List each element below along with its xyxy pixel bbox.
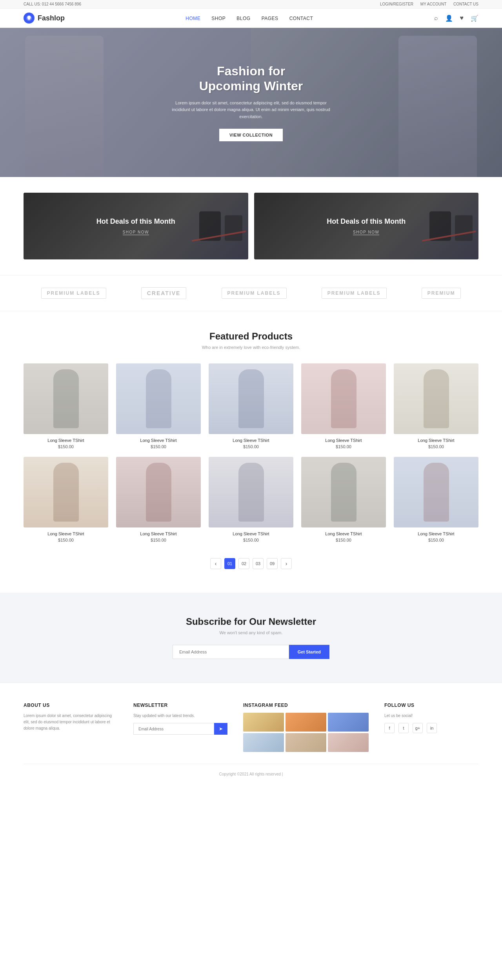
twitter-icon[interactable]: t bbox=[398, 723, 409, 733]
instagram-thumb-4[interactable] bbox=[243, 733, 284, 752]
newsletter-title: Subscribe for Our Newsletter bbox=[24, 616, 478, 627]
products-grid-row2: Long Sleeve TShirt $150.00 Long Sleeve T… bbox=[24, 457, 478, 542]
product-card-7[interactable]: Long Sleeve TShirt $150.00 bbox=[209, 457, 293, 542]
pagination-page-1[interactable]: 01 bbox=[224, 558, 235, 569]
footer: About Us Lorem ipsum dolor sit amet, con… bbox=[0, 683, 502, 784]
footer-about-title: About Us bbox=[24, 703, 118, 708]
product-name-8: Long Sleeve TShirt bbox=[301, 531, 386, 536]
product-card-6[interactable]: Long Sleeve TShirt $150.00 bbox=[116, 457, 201, 542]
product-image-4 bbox=[394, 363, 478, 434]
pagination-page-9[interactable]: 09 bbox=[267, 558, 278, 569]
hot-deal-text-2: Hot Deals of this Month SHOP NOW bbox=[327, 217, 406, 235]
linkedin-icon[interactable]: in bbox=[427, 723, 437, 733]
newsletter-form: Get Started bbox=[173, 645, 329, 659]
hero-content: Fashion forUpcoming Winter Lorem ipsum d… bbox=[169, 64, 333, 142]
nav-contact[interactable]: CONTACT bbox=[289, 16, 313, 21]
product-name-9: Long Sleeve TShirt bbox=[394, 531, 478, 536]
login-register-link[interactable]: LOGIN/REGISTER bbox=[380, 2, 413, 6]
product-price-1: $150.00 bbox=[116, 444, 201, 449]
top-bar: CALL US: 012 44 5666 7456 896 LOGIN/REGI… bbox=[0, 0, 502, 9]
footer-follow-title: Follow Us bbox=[384, 703, 478, 708]
footer-grid: About Us Lorem ipsum dolor sit amet, con… bbox=[24, 703, 478, 752]
product-card-3[interactable]: Long Sleeve TShirt $150.00 bbox=[301, 363, 386, 449]
google-plus-icon[interactable]: g+ bbox=[413, 723, 423, 733]
footer-email-input[interactable] bbox=[133, 723, 214, 735]
view-collection-button[interactable]: View Collection bbox=[219, 129, 283, 141]
logo[interactable]: Fashlop bbox=[24, 13, 65, 24]
product-card-5[interactable]: Long Sleeve TShirt $150.00 bbox=[24, 457, 108, 542]
footer-follow: Follow Us Let us be social! f t g+ in bbox=[384, 703, 478, 752]
nav-pages[interactable]: PAGES bbox=[262, 16, 278, 21]
nav-shop[interactable]: SHOP bbox=[211, 16, 226, 21]
brand-logo-0: PREMIUM LABELS bbox=[41, 288, 106, 299]
products-grid-row1: Long Sleeve TShirt $150.00 Long Sleeve T… bbox=[24, 363, 478, 449]
facebook-icon[interactable]: f bbox=[384, 723, 395, 733]
product-image-2 bbox=[209, 363, 293, 434]
product-card-1[interactable]: Long Sleeve TShirt $150.00 bbox=[116, 363, 201, 449]
product-name-0: Long Sleeve TShirt bbox=[24, 438, 108, 443]
product-card-9[interactable]: Long Sleeve TShirt $150.00 bbox=[394, 457, 478, 542]
header-icons: ⌕ 👤 ♥ 🛒 bbox=[434, 15, 479, 22]
my-account-link[interactable]: MY ACCOUNT bbox=[420, 2, 446, 6]
pagination-page-3[interactable]: 03 bbox=[253, 558, 264, 569]
deal-decoration-2 bbox=[429, 212, 473, 241]
product-image-1 bbox=[116, 363, 201, 434]
newsletter-email-input[interactable] bbox=[173, 645, 289, 659]
instagram-thumb-3[interactable] bbox=[328, 713, 369, 732]
product-card-0[interactable]: Long Sleeve TShirt $150.00 bbox=[24, 363, 108, 449]
instagram-thumb-1[interactable] bbox=[243, 713, 284, 732]
footer-instagram-title: Instagram Feed bbox=[243, 703, 369, 708]
hero-title: Fashion forUpcoming Winter bbox=[169, 64, 333, 94]
hot-deal-card-1[interactable]: Hot Deals of this Month SHOP NOW bbox=[24, 193, 248, 259]
search-icon[interactable]: ⌕ bbox=[434, 15, 438, 22]
product-price-7: $150.00 bbox=[209, 538, 293, 542]
instagram-thumb-2[interactable] bbox=[286, 713, 326, 732]
product-name-1: Long Sleeve TShirt bbox=[116, 438, 201, 443]
pagination-page-2[interactable]: 02 bbox=[238, 558, 249, 569]
product-card-8[interactable]: Long Sleeve TShirt $150.00 bbox=[301, 457, 386, 542]
brand-logo-4: PREMIUM bbox=[422, 288, 461, 299]
copyright-text: Copyright ©2021 All rights reserved | bbox=[219, 772, 283, 776]
pagination-next[interactable]: › bbox=[281, 558, 292, 569]
product-card-2[interactable]: Long Sleeve TShirt $150.00 bbox=[209, 363, 293, 449]
pagination-prev[interactable]: ‹ bbox=[210, 558, 221, 569]
footer-instagram: Instagram Feed bbox=[243, 703, 369, 752]
hero-section: Fashion forUpcoming Winter Lorem ipsum d… bbox=[0, 28, 502, 177]
hot-deal-shop-now-2[interactable]: SHOP NOW bbox=[353, 230, 379, 235]
hot-deal-card-2[interactable]: Hot Deals of this Month SHOP NOW bbox=[254, 193, 479, 259]
product-name-4: Long Sleeve TShirt bbox=[394, 438, 478, 443]
product-image-0 bbox=[24, 363, 108, 434]
brand-logo-3: PREMIUM LABELS bbox=[322, 288, 387, 299]
product-price-2: $150.00 bbox=[209, 444, 293, 449]
product-image-3 bbox=[301, 363, 386, 434]
brand-logo-1: CREATIVE bbox=[141, 287, 187, 299]
product-image-6 bbox=[116, 457, 201, 527]
nav-home[interactable]: HOME bbox=[186, 16, 200, 21]
logo-text: Fashlop bbox=[38, 14, 65, 22]
instagram-thumb-5[interactable] bbox=[286, 733, 326, 752]
newsletter-section: Subscribe for Our Newsletter We won't se… bbox=[0, 593, 502, 683]
newsletter-get-started-button[interactable]: Get Started bbox=[289, 645, 329, 659]
wishlist-icon[interactable]: ♥ bbox=[460, 15, 464, 22]
product-image-7 bbox=[209, 457, 293, 527]
pagination: ‹ 01 02 03 09 › bbox=[24, 550, 478, 573]
brands-section: PREMIUM LABELS CREATIVE premium labels P… bbox=[0, 275, 502, 311]
cart-icon[interactable]: 🛒 bbox=[471, 15, 478, 22]
hot-deal-shop-now-1[interactable]: SHOP NOW bbox=[123, 230, 149, 235]
user-icon[interactable]: 👤 bbox=[445, 15, 453, 22]
instagram-thumb-6[interactable] bbox=[328, 733, 369, 752]
product-image-5 bbox=[24, 457, 108, 527]
product-card-4[interactable]: Long Sleeve TShirt $150.00 bbox=[394, 363, 478, 449]
nav-blog[interactable]: BLOG bbox=[236, 16, 250, 21]
deal-decoration-1 bbox=[199, 212, 242, 241]
footer-newsletter-form: ➤ bbox=[133, 723, 227, 735]
hero-description: Lorem ipsum dolor sit amet, consectetur … bbox=[169, 100, 333, 120]
footer-subscribe-button[interactable]: ➤ bbox=[214, 723, 227, 735]
newsletter-subtitle: We won't send any kind of spam. bbox=[24, 630, 478, 635]
product-name-5: Long Sleeve TShirt bbox=[24, 531, 108, 536]
contact-us-link[interactable]: CONTACT US bbox=[453, 2, 478, 6]
footer-newsletter-text: Stay updated with our latest trends. bbox=[133, 713, 227, 719]
featured-title: Featured Products bbox=[24, 331, 478, 342]
product-name-3: Long Sleeve TShirt bbox=[301, 438, 386, 443]
logo-icon bbox=[24, 13, 35, 24]
